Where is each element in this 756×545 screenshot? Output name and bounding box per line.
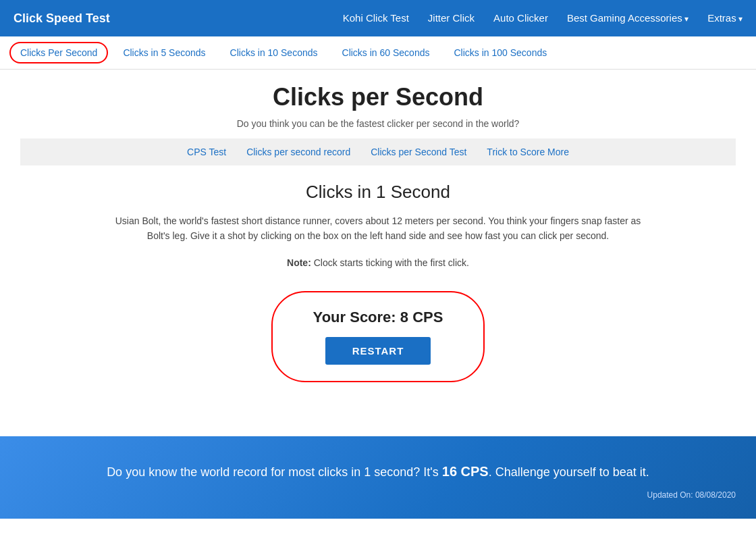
page-title: Clicks per Second bbox=[20, 83, 736, 111]
breadcrumb-links: CPS Test Clicks per second record Clicks… bbox=[20, 138, 736, 165]
page-subtitle: Do you think you can be the fastest clic… bbox=[20, 118, 736, 129]
nav-extras[interactable]: Extras bbox=[707, 12, 742, 24]
nav-kohi-click[interactable]: Kohi Click Test bbox=[343, 12, 409, 24]
secondary-navigation: Clicks Per Second Clicks in 5 Seconds Cl… bbox=[0, 36, 756, 70]
nav-jitter-click[interactable]: Jitter Click bbox=[428, 12, 475, 24]
breadcrumb-trick[interactable]: Trick to Score More bbox=[487, 147, 569, 157]
note-label: Note: bbox=[287, 257, 311, 268]
section-title: Clicks in 1 Second bbox=[20, 182, 736, 203]
score-container: Your Score: 8 CPS RESTART bbox=[271, 291, 485, 382]
note-content: Clock starts ticking with the first clic… bbox=[314, 257, 469, 268]
nav-gaming-accessories[interactable]: Best Gaming Accessories bbox=[567, 12, 688, 24]
sec-nav-clicks-60s[interactable]: Clicks in 60 Seconds bbox=[330, 36, 442, 69]
blue-banner: Do you know the world record for most cl… bbox=[0, 436, 756, 519]
main-content: Clicks per Second Do you think you can b… bbox=[7, 70, 749, 409]
banner-text-before: Do you know the world record for most cl… bbox=[107, 465, 442, 479]
sec-nav-clicks-10s[interactable]: Clicks in 10 Seconds bbox=[218, 36, 330, 69]
sec-nav-clicks-100s[interactable]: Clicks in 100 Seconds bbox=[441, 36, 559, 69]
breadcrumb-cps-test[interactable]: CPS Test bbox=[187, 147, 226, 157]
banner-updated: Updated On: 08/08/2020 bbox=[20, 490, 736, 500]
breadcrumb-cps-test-2[interactable]: Clicks per Second Test bbox=[371, 147, 466, 157]
brand-logo[interactable]: Click Speed Test bbox=[14, 11, 110, 26]
breadcrumb-record[interactable]: Clicks per second record bbox=[246, 147, 350, 157]
section-description: Usian Bolt, the world's fastest short di… bbox=[108, 213, 648, 244]
restart-button[interactable]: RESTART bbox=[325, 337, 431, 365]
banner-highlight: 16 CPS bbox=[442, 464, 489, 479]
nav-auto-clicker[interactable]: Auto Clicker bbox=[493, 12, 548, 24]
banner-text: Do you know the world record for most cl… bbox=[20, 461, 736, 482]
top-nav-links: Kohi Click Test Jitter Click Auto Clicke… bbox=[343, 12, 742, 24]
note-text: Note: Clock starts ticking with the firs… bbox=[20, 257, 736, 268]
sec-nav-clicks-per-second[interactable]: Clicks Per Second bbox=[9, 42, 108, 63]
banner-text-after: . Challenge yourself to beat it. bbox=[489, 465, 649, 479]
score-display: Your Score: 8 CPS bbox=[313, 309, 443, 326]
sec-nav-clicks-5s[interactable]: Clicks in 5 Seconds bbox=[111, 36, 217, 69]
top-navigation: Click Speed Test Kohi Click Test Jitter … bbox=[0, 0, 756, 36]
